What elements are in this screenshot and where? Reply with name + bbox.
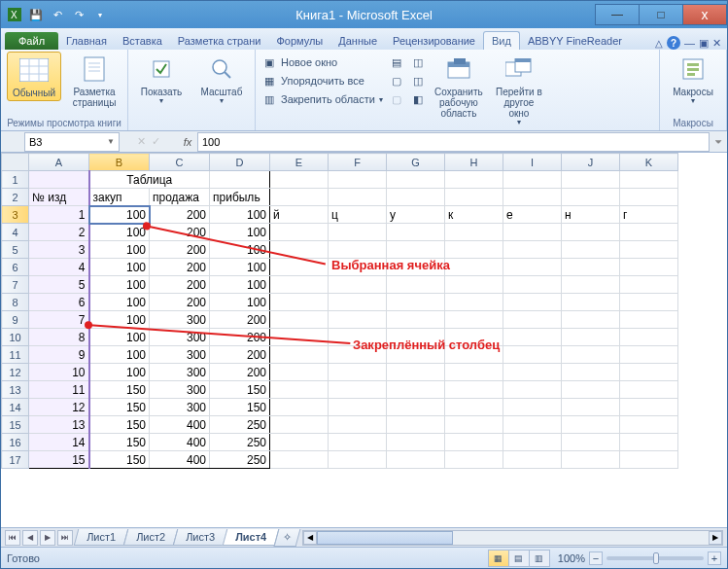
cell[interactable]	[620, 241, 678, 259]
side-btn3[interactable]: ◧	[410, 90, 426, 108]
cell[interactable]	[270, 189, 329, 206]
cell[interactable]	[270, 416, 329, 434]
cell[interactable]	[445, 329, 503, 346]
cell[interactable]	[562, 171, 620, 189]
doc-close-icon[interactable]: ✕	[712, 37, 721, 50]
cell[interactable]: 100	[210, 294, 270, 311]
save-button[interactable]: 💾	[26, 5, 46, 24]
cell[interactable]: н	[562, 206, 620, 224]
sheet-tab-2[interactable]: Лист2	[123, 529, 179, 546]
cell[interactable]	[562, 329, 620, 346]
cell[interactable]: 200	[210, 311, 270, 329]
ribbon-min-icon[interactable]: △	[655, 38, 663, 49]
cell[interactable]	[445, 171, 503, 189]
tab-insert[interactable]: Вставка	[115, 32, 170, 50]
cell[interactable]: 13	[29, 416, 89, 434]
cell[interactable]: 100	[89, 241, 150, 259]
view-normal-button[interactable]: ▦	[488, 550, 509, 567]
cell[interactable]	[445, 346, 503, 364]
h-scrollbar[interactable]: ◀ ▶	[302, 530, 723, 546]
cell[interactable]	[562, 294, 620, 311]
cell[interactable]	[329, 399, 387, 416]
rowh-1[interactable]: 1	[2, 171, 29, 189]
rowh-7[interactable]: 7	[2, 276, 29, 294]
cell[interactable]	[503, 381, 562, 399]
cell[interactable]: 300	[150, 399, 210, 416]
cell[interactable]: 100	[210, 259, 270, 276]
cell[interactable]	[387, 416, 445, 434]
scroll-thumb[interactable]	[317, 531, 453, 545]
tab-data[interactable]: Данные	[330, 32, 385, 50]
cell[interactable]: 150	[89, 451, 150, 469]
cell[interactable]	[270, 399, 329, 416]
cell[interactable]: 400	[150, 416, 210, 434]
cell[interactable]	[329, 329, 387, 346]
cell[interactable]	[387, 241, 445, 259]
cell[interactable]	[620, 329, 678, 346]
cell[interactable]	[387, 259, 445, 276]
cell[interactable]	[503, 171, 562, 189]
cell[interactable]: 200	[150, 224, 210, 241]
cell[interactable]	[387, 346, 445, 364]
cell[interactable]	[503, 224, 562, 241]
cell[interactable]	[329, 171, 387, 189]
rowh-15[interactable]: 15	[2, 416, 29, 434]
cell[interactable]: 100	[89, 311, 150, 329]
cell[interactable]: 400	[150, 451, 210, 469]
cell[interactable]: 5	[29, 276, 89, 294]
cell[interactable]	[562, 416, 620, 434]
rowh-11[interactable]: 11	[2, 346, 29, 364]
cell[interactable]	[387, 276, 445, 294]
qat-dropdown-icon[interactable]: ▾	[90, 5, 110, 24]
cell[interactable]	[387, 434, 445, 451]
cell[interactable]: 100	[89, 294, 150, 311]
zoom-value[interactable]: 100%	[558, 552, 585, 564]
zoom-knob[interactable]	[653, 552, 659, 564]
rowh-9[interactable]: 9	[2, 311, 29, 329]
cell[interactable]	[387, 171, 445, 189]
cell[interactable]: е	[503, 206, 562, 224]
tab-review[interactable]: Рецензирование	[385, 32, 483, 50]
cell[interactable]: 100	[89, 224, 150, 241]
cell[interactable]: ц	[329, 206, 387, 224]
split-button[interactable]: ▤	[389, 53, 404, 71]
cell[interactable]: 200	[210, 346, 270, 364]
cell[interactable]: 250	[210, 451, 270, 469]
cell[interactable]	[562, 259, 620, 276]
cell[interactable]: 100	[89, 206, 150, 224]
cell[interactable]	[503, 259, 562, 276]
cell[interactable]	[445, 451, 503, 469]
cell[interactable]: 100	[210, 206, 270, 224]
cell[interactable]	[387, 311, 445, 329]
rowh-4[interactable]: 4	[2, 224, 29, 241]
cell-h1[interactable]: закуп	[89, 189, 150, 206]
cell-h2[interactable]: продажа	[150, 189, 210, 206]
enter-icon[interactable]: ✓	[152, 135, 160, 148]
cell[interactable]	[445, 294, 503, 311]
colh-G[interactable]: G	[387, 154, 445, 171]
side-btn2[interactable]: ◫	[410, 72, 426, 89]
cell[interactable]: 3	[29, 241, 89, 259]
cell[interactable]	[562, 311, 620, 329]
zoom-out-button[interactable]: −	[589, 551, 603, 565]
cell[interactable]: 300	[150, 329, 210, 346]
cell[interactable]	[387, 329, 445, 346]
cell[interactable]: 200	[150, 206, 210, 224]
cell[interactable]	[620, 171, 678, 189]
cell[interactable]	[329, 381, 387, 399]
cancel-icon[interactable]: ✕	[137, 135, 146, 148]
cell-h0[interactable]: № изд	[29, 189, 89, 206]
sheet-tab-1[interactable]: Лист1	[74, 529, 129, 546]
colh-H[interactable]: H	[445, 154, 503, 171]
cell[interactable]	[503, 399, 562, 416]
cell[interactable]	[503, 189, 562, 206]
cell[interactable]	[445, 364, 503, 381]
scroll-right-icon[interactable]: ▶	[709, 531, 722, 545]
cell[interactable]	[562, 364, 620, 381]
doc-min-icon[interactable]: —	[684, 37, 695, 49]
cell[interactable]: 400	[150, 434, 210, 451]
colh-E[interactable]: E	[270, 154, 329, 171]
cell[interactable]	[329, 434, 387, 451]
cell[interactable]	[620, 381, 678, 399]
cell[interactable]: 250	[210, 434, 270, 451]
